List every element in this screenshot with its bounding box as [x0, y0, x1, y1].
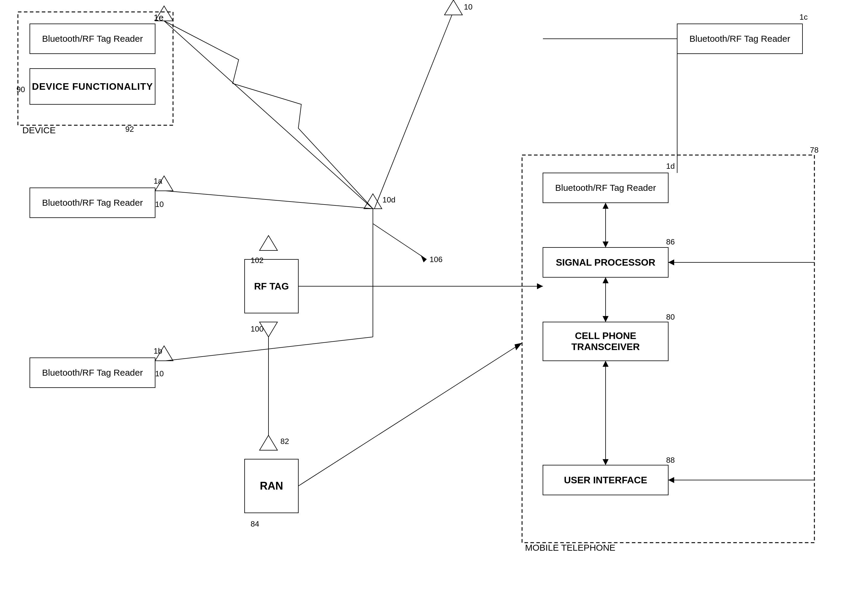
ref-84: 84 [250, 519, 259, 529]
cell-phone-label: CELL PHONE TRANSCEIVER [543, 322, 668, 361]
diagram: 1e Bluetooth/RF Tag Reader DEVICE FUNCTI… [0, 0, 849, 616]
svg-marker-38 [603, 277, 609, 283]
svg-marker-36 [603, 241, 609, 247]
ref-1b: 1b [153, 347, 162, 356]
mobile-telephone-label: MOBILE TELEPHONE [525, 543, 615, 553]
svg-marker-44 [668, 259, 674, 265]
bt-reader-1a-label: Bluetooth/RF Tag Reader [30, 188, 155, 218]
svg-line-23 [165, 191, 373, 209]
ref-106: 106 [430, 255, 442, 264]
svg-marker-18 [259, 235, 277, 250]
ref-1a: 1a [153, 177, 162, 186]
ref-92: 92 [125, 125, 134, 134]
svg-marker-39 [603, 316, 609, 322]
bt-reader-1b-label: Bluetooth/RF Tag Reader [30, 358, 155, 388]
ref-10-1b: 10 [155, 369, 164, 378]
signal-proc-label: SIGNAL PROCESSOR [543, 247, 668, 277]
ref-80: 80 [666, 312, 675, 322]
svg-marker-46 [668, 477, 674, 483]
ref-10-1a: 10 [155, 200, 164, 209]
svg-marker-35 [603, 203, 609, 209]
svg-marker-41 [603, 361, 609, 367]
svg-marker-31 [515, 343, 522, 350]
svg-marker-14 [444, 0, 462, 15]
ref-102: 102 [250, 256, 264, 265]
ref-10d: 10d [383, 195, 395, 205]
ref-90: 90 [16, 85, 25, 94]
svg-marker-17 [364, 194, 382, 209]
ref-1d: 1d [666, 162, 675, 171]
svg-marker-48 [537, 283, 543, 289]
device-label: DEVICE [22, 125, 56, 135]
ref-78: 78 [810, 146, 819, 155]
ref-1c: 1c [800, 12, 807, 22]
bt-reader-1d-label: Bluetooth/RF Tag Reader [543, 173, 668, 203]
user-interface-label: USER INTERFACE [543, 465, 668, 495]
svg-line-21 [374, 15, 452, 209]
ref-88: 88 [666, 455, 675, 465]
svg-line-24 [165, 337, 373, 361]
ran-label: RAN [244, 459, 298, 513]
ref-10-top: 10 [464, 2, 472, 12]
rf-tag-label: RF TAG [244, 259, 298, 313]
svg-marker-27 [421, 255, 427, 262]
svg-marker-20 [259, 435, 277, 450]
bt-reader-1e-label: Bluetooth/RF Tag Reader [30, 24, 155, 54]
ref-1e: 1e [153, 12, 164, 23]
bt-reader-1c-label: Bluetooth/RF Tag Reader [677, 24, 803, 54]
device-func-label: DEVICE FUNCTIONALITY [30, 68, 155, 104]
ref-86: 86 [666, 237, 675, 247]
svg-line-30 [298, 343, 522, 486]
ref-82: 82 [280, 437, 289, 446]
svg-marker-42 [603, 459, 609, 465]
svg-line-26 [373, 224, 427, 259]
ref-100: 100 [250, 324, 264, 334]
svg-line-22 [164, 21, 373, 209]
